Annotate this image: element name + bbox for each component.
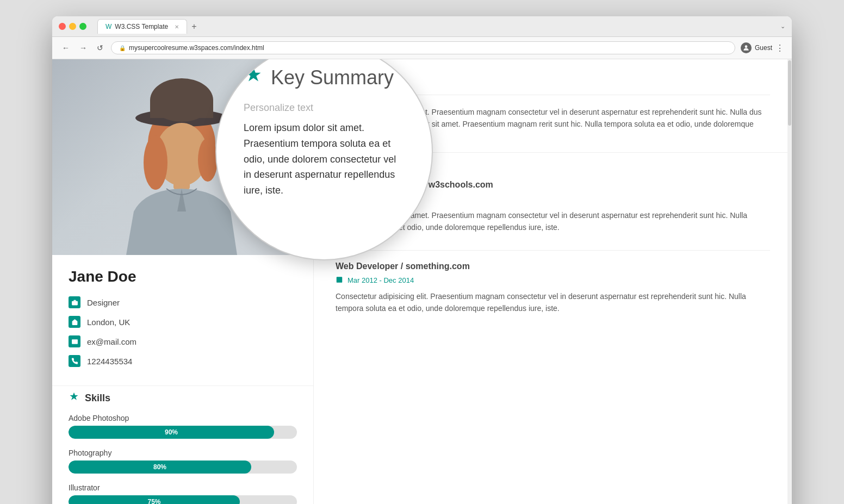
skill-name-photography: Photography	[69, 449, 297, 457]
maximize-button[interactable]	[79, 23, 86, 30]
mag-section-icon	[244, 66, 263, 89]
skill-bar-fill-photography: 80%	[69, 461, 251, 474]
scrollbar-thumb[interactable]	[788, 60, 791, 126]
user-area: Guest ⋮	[741, 42, 784, 53]
reload-button[interactable]: ↺	[95, 42, 105, 53]
exp-desc-2: Consectetur adipisicing elit. Praesentiu…	[336, 290, 770, 315]
skill-bar-bg-photography: 80%	[69, 461, 297, 474]
exp-title-2: Web Developer / something.com	[336, 262, 770, 271]
home-icon	[69, 316, 80, 328]
svg-rect-4	[150, 100, 213, 118]
magnifier-content: Key Summary Personalize text Lorem ipsum…	[216, 59, 432, 215]
title-bar: W W3.CSS Template ✕ + ⌄	[52, 16, 792, 37]
lock-icon: 🔒	[119, 45, 126, 51]
svg-rect-14	[337, 277, 343, 282]
skill-bar-bg-illustrator: 75%	[69, 495, 297, 504]
info-item-phone: 1224435534	[69, 355, 297, 367]
url-text: mysupercoolresume.w3spaces.com/index.htm…	[129, 44, 264, 52]
svg-point-7	[144, 135, 167, 190]
skills-title: Skills	[69, 391, 297, 405]
back-button[interactable]: ←	[60, 42, 72, 53]
tab-area: W W3.CSS Template ✕ +	[97, 19, 776, 34]
phone: 1224435534	[87, 357, 132, 366]
skill-photography: Photography 80%	[69, 449, 297, 474]
location: London, UK	[87, 318, 130, 327]
person-name: Jane Doe	[69, 268, 297, 285]
browser-menu-button[interactable]: ⋮	[775, 43, 784, 53]
user-name: Guest	[755, 44, 772, 52]
calendar-icon-2	[336, 276, 343, 285]
skill-bar-fill-illustrator: 75%	[69, 495, 240, 504]
mag-personalize-label: Personalize text	[244, 102, 405, 114]
page-content: Jane Doe Designer London,	[52, 59, 792, 504]
svg-point-8	[198, 138, 218, 182]
tab-title: W3.CSS Template	[115, 23, 168, 30]
traffic-lights	[59, 23, 86, 30]
experience-item-2: Web Developer / something.com Mar 2012 -…	[336, 262, 770, 315]
window-chevron-icon: ⌄	[780, 23, 785, 29]
skill-bar-bg-photoshop: 90%	[69, 426, 297, 439]
window-controls: ⌄	[780, 23, 785, 30]
svg-rect-9	[72, 301, 78, 305]
exp-date-2: Mar 2012 - Dec 2014	[336, 276, 770, 285]
mag-section-title: Key Summary	[271, 66, 394, 89]
new-tab-button[interactable]: +	[191, 22, 196, 32]
envelope-icon	[69, 335, 80, 347]
svg-point-0	[745, 45, 748, 48]
divider-2	[336, 250, 770, 251]
skills-section: Skills Adobe Photoshop 90% Photography 8…	[52, 385, 313, 504]
skill-illustrator: Illustrator 75%	[69, 483, 297, 504]
briefcase-icon	[69, 296, 80, 308]
skills-icon	[69, 391, 79, 405]
skill-bar-fill-photoshop: 90%	[69, 426, 274, 439]
browser-window: W W3.CSS Template ✕ + ⌄ ← → ↺ 🔒 mysuperc…	[52, 16, 792, 504]
mag-section-header: Key Summary	[244, 66, 405, 89]
mag-body-text: Lorem ipsum dolor sit amet. Praesentium …	[244, 120, 405, 198]
minimize-button[interactable]	[69, 23, 76, 30]
phone-icon	[69, 355, 80, 367]
info-item-location: London, UK	[69, 316, 297, 328]
sidebar-info: Jane Doe Designer London,	[52, 255, 313, 385]
browser-tab[interactable]: W W3.CSS Template ✕	[97, 19, 187, 34]
address-bar: ← → ↺ 🔒 mysupercoolresume.w3spaces.com/i…	[52, 37, 792, 59]
tab-close-button[interactable]: ✕	[175, 24, 179, 30]
close-button[interactable]	[59, 23, 66, 30]
info-item-email: ex@mail.com	[69, 335, 297, 347]
email: ex@mail.com	[87, 337, 136, 346]
user-avatar	[741, 42, 752, 53]
skill-name-illustrator: Illustrator	[69, 483, 297, 492]
forward-button[interactable]: →	[77, 42, 89, 53]
exp-date-text-2: Mar 2012 - Dec 2014	[347, 276, 414, 284]
job-title: Designer	[87, 298, 120, 307]
skills-label: Skills	[85, 393, 110, 404]
scrollbar-track[interactable]	[787, 59, 792, 504]
url-bar[interactable]: 🔒 mysupercoolresume.w3spaces.com/index.h…	[111, 41, 735, 54]
skill-name-photoshop: Adobe Photoshop	[69, 414, 297, 422]
tab-favicon: W	[105, 23, 111, 30]
info-item-job: Designer	[69, 296, 297, 308]
skill-photoshop: Adobe Photoshop 90%	[69, 414, 297, 439]
